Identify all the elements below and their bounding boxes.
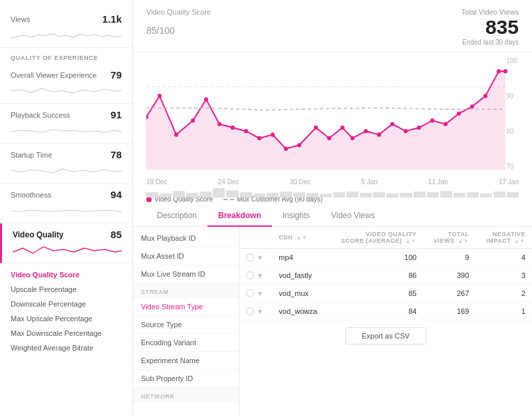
tab-insights[interactable]: Insights: [272, 206, 321, 227]
export-csv-button[interactable]: Export as CSV: [345, 327, 426, 345]
breakdown-item-livestream-id[interactable]: Mux Live Stream ID: [133, 265, 239, 283]
svg-point-15: [340, 126, 344, 130]
th-impact: NEGATIVEIMPACT ▲▼: [475, 227, 532, 249]
tv-label: Total Video Views: [462, 8, 519, 16]
svg-point-3: [174, 132, 178, 136]
filter-fastly[interactable]: ▼: [257, 272, 263, 279]
svg-point-5: [204, 97, 208, 101]
table-header-row: CDN ▲▼ VIDEO QUALITYSCORE (AVERAGE) ▲▼ T…: [239, 227, 532, 249]
impact-sort-icon[interactable]: ▲▼: [514, 238, 525, 244]
breakdown-item-playback-id[interactable]: Mux Playback ID: [133, 229, 239, 247]
svg-point-14: [327, 136, 331, 140]
nav-item-downscale[interactable]: Downscale Percentage: [0, 297, 132, 311]
video-quality-value: 85: [110, 229, 122, 240]
y-label-90: 90: [506, 92, 517, 100]
th-vqs: VIDEO QUALITYSCORE (AVERAGE) ▲▼: [328, 227, 424, 249]
playback-success-label: Playback Success: [11, 111, 70, 119]
tv-sub: Ended last 30 days: [462, 39, 519, 46]
breakdown-item-asset-id[interactable]: Mux Asset ID: [133, 247, 239, 265]
cdn-sort-icon[interactable]: ▲▼: [296, 235, 307, 241]
filter-mux[interactable]: ▼: [257, 290, 263, 297]
breakdown-item-experiment[interactable]: Experiment Name: [133, 352, 239, 370]
views-card: Views 1.1k: [0, 8, 132, 48]
video-quality-label: Video Quality: [13, 230, 63, 239]
cdn-mux: vod_mux: [272, 285, 327, 303]
filter-mp4[interactable]: ▼: [257, 254, 263, 261]
svg-point-19: [390, 122, 394, 126]
x-label-5jan: 5 Jan: [361, 178, 377, 186]
svg-point-23: [444, 122, 448, 126]
breakdown-item-encoding[interactable]: Encoding Variant: [133, 334, 239, 352]
breakdown-item-sub-property[interactable]: Sub Property ID: [133, 370, 239, 388]
playback-sparkline: [11, 122, 122, 140]
row-controls-wowza: ▼: [239, 303, 272, 321]
x-label-30dec: 30 Dec: [290, 178, 311, 186]
vqs-sort-icon[interactable]: ▲▼: [406, 238, 417, 244]
svg-point-18: [377, 132, 381, 136]
smoothness-value: 94: [110, 189, 122, 200]
radio-wowza[interactable]: [246, 307, 254, 315]
views-mux: 267: [423, 285, 475, 303]
radio-fastly[interactable]: [246, 271, 254, 279]
breakdown-item-source-type[interactable]: Source Type: [133, 316, 239, 334]
svg-point-24: [457, 112, 461, 116]
tab-breakdown[interactable]: Breakdown: [207, 206, 272, 227]
video-quality-section: Video Quality 85: [0, 223, 132, 263]
breakdown-right: CDN ▲▼ VIDEO QUALITYSCORE (AVERAGE) ▲▼ T…: [239, 227, 532, 417]
right-panel: Video Quality Score 85/100 Total Video V…: [133, 0, 532, 417]
svg-point-11: [284, 146, 288, 150]
ove-card: Overall Viewer Experience 79: [0, 64, 132, 104]
left-panel: Views 1.1k QUALITY OF EXPERIENCE Overall…: [0, 0, 133, 417]
nav-item-max-upscale[interactable]: Max Upscale Percentage: [0, 311, 132, 326]
breakdown-left: Mux Playback ID Mux Asset ID Mux Live St…: [133, 227, 239, 417]
svg-point-27: [497, 69, 501, 73]
svg-point-16: [350, 136, 354, 140]
svg-point-25: [470, 104, 474, 108]
filter-wowza[interactable]: ▼: [257, 308, 263, 315]
table-row: ▼ mp4 100 9 4: [239, 249, 532, 267]
nav-item-bitrate[interactable]: Weighted Average Bitrate: [0, 341, 132, 355]
tab-video-views[interactable]: Video Views: [321, 206, 386, 227]
nav-item-vqs[interactable]: Video Quality Score: [0, 267, 132, 282]
vq-sparkline: [13, 241, 122, 260]
views-sort-icon[interactable]: ▲▼: [458, 238, 469, 244]
startup-time-card: Startup Time 78: [0, 144, 132, 184]
total-views-section: Total Video Views 835 Ended last 30 days: [462, 8, 519, 46]
views-sparkline: [11, 26, 122, 45]
nav-item-upscale[interactable]: Upscale Percentage: [0, 282, 132, 297]
row-controls-mux: ▼: [239, 285, 272, 303]
top-metrics: Video Quality Score 85/100 Total Video V…: [133, 0, 532, 52]
svg-point-12: [297, 143, 301, 147]
svg-point-9: [257, 136, 261, 140]
breakdown-table: CDN ▲▼ VIDEO QUALITYSCORE (AVERAGE) ▲▼ T…: [239, 227, 532, 321]
row-controls-fastly: ▼: [239, 267, 272, 285]
svg-point-2: [158, 94, 162, 98]
radio-mp4[interactable]: [246, 253, 254, 261]
cdn-mp4: mp4: [272, 249, 327, 267]
chart-x-labels: 18 Dec 24 Dec 30 Dec 5 Jan 11 Jan 17 Jan: [146, 177, 519, 186]
qoe-section-label: QUALITY OF EXPERIENCE: [0, 48, 132, 64]
impact-mp4: 4: [475, 249, 532, 267]
x-label-24dec: 24 Dec: [218, 178, 239, 186]
row-controls-mp4: ▼: [239, 249, 272, 267]
ove-label: Overall Viewer Experience: [11, 71, 96, 79]
chart-area: 70 80 90 100: [133, 52, 532, 193]
svg-point-17: [364, 129, 368, 133]
smoothness-sparkline: [11, 202, 122, 220]
breakdown-section-stream: STREAM: [133, 283, 239, 298]
svg-point-10: [271, 132, 275, 136]
tab-description[interactable]: Description: [146, 206, 207, 227]
ove-value: 79: [110, 69, 122, 80]
breakdown-item-stream-type[interactable]: Video Stream Type: [133, 298, 239, 316]
views-fastly: 390: [423, 267, 475, 285]
th-controls: [239, 227, 272, 249]
views-wowza: 169: [423, 303, 475, 321]
nav-item-max-downscale[interactable]: Max Downscale Percentage: [0, 326, 132, 341]
views-value: 1.1k: [102, 13, 122, 25]
svg-point-26: [483, 94, 487, 98]
svg-point-7: [231, 126, 235, 130]
radio-mux[interactable]: [246, 289, 254, 297]
startup-time-value: 78: [110, 149, 122, 160]
vqs-wowza: 84: [328, 303, 424, 321]
chart-wrapper: 70 80 90 100: [146, 57, 519, 190]
